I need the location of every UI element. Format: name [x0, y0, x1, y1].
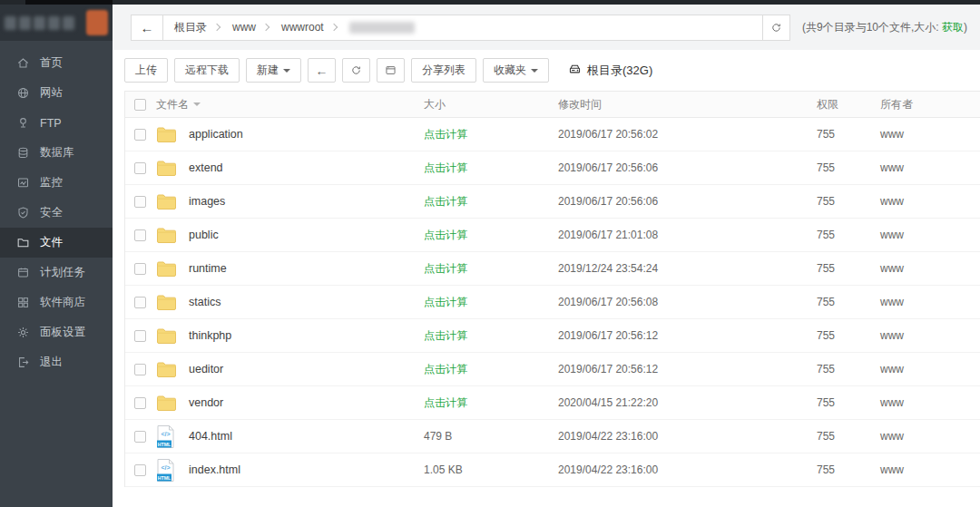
table-row: statics 点击计算 2019/06/17 20:56:08 755 www: [125, 286, 980, 319]
file-name[interactable]: 404.html: [189, 430, 424, 443]
folder-icon: [156, 395, 189, 412]
row-checkbox[interactable]: [134, 330, 146, 342]
svg-text:</>: </>: [161, 431, 170, 437]
file-size: 点击计算: [424, 395, 558, 411]
calculate-size-link[interactable]: 点击计算: [424, 296, 467, 308]
file-name[interactable]: thinkphp: [189, 329, 424, 342]
row-checkbox-cell: [125, 364, 156, 375]
file-table-header: 文件名 大小 修改时间 权限 所有者: [125, 92, 980, 118]
breadcrumb-back-button[interactable]: ←: [132, 15, 163, 40]
file-size: 点击计算: [424, 228, 558, 243]
breadcrumb-segment[interactable]: 根目录: [163, 20, 212, 35]
database-icon: [16, 146, 30, 160]
get-size-link[interactable]: 获取: [942, 21, 964, 34]
calculate-size-link[interactable]: 点击计算: [424, 262, 467, 275]
remote-download-button[interactable]: 远程下载: [174, 58, 240, 83]
file-name[interactable]: extend: [189, 161, 424, 174]
back-button[interactable]: ←: [308, 58, 336, 83]
file-name[interactable]: public: [189, 229, 424, 241]
refresh-button[interactable]: [342, 58, 370, 83]
row-checkbox-cell: [125, 162, 156, 174]
row-checkbox[interactable]: [134, 263, 146, 275]
sidebar-item-logout[interactable]: 退出: [0, 347, 113, 377]
path-refresh-button[interactable]: [762, 15, 790, 41]
file-size: 点击计算: [424, 362, 558, 377]
header-size[interactable]: 大小: [424, 97, 558, 112]
calculate-size-link[interactable]: 点击计算: [424, 363, 467, 375]
svg-text:</>: </>: [161, 464, 170, 471]
sidebar-item-cron[interactable]: 计划任务: [0, 258, 113, 288]
upload-button[interactable]: 上传: [124, 58, 168, 83]
svg-text:HTML: HTML: [158, 441, 172, 446]
sidebar-item-monitor[interactable]: 监控: [0, 168, 113, 198]
new-button[interactable]: 新建: [246, 58, 301, 83]
html-file-icon: </>HTML: [156, 424, 189, 449]
file-perm: 755: [817, 396, 880, 409]
ftp-icon: [16, 116, 30, 130]
breadcrumb-segment-blurred[interactable]: [349, 22, 415, 34]
sidebar-item-home[interactable]: 首页: [0, 48, 113, 78]
header-mtime[interactable]: 修改时间: [558, 97, 817, 112]
sidebar-item-label: 面板设置: [40, 325, 85, 340]
file-table: 文件名 大小 修改时间 权限 所有者 application 点击计算 2019…: [124, 91, 980, 487]
file-name[interactable]: runtime: [189, 262, 424, 275]
favorites-button[interactable]: 收藏夹: [483, 58, 549, 83]
sidebar-item-label: 数据库: [40, 145, 74, 161]
file-size: 479 B: [424, 430, 558, 443]
calculate-size-link[interactable]: 点击计算: [424, 396, 467, 409]
sidebar-item-settings[interactable]: 面板设置: [0, 317, 113, 347]
sidebar-item-database[interactable]: 数据库: [0, 138, 113, 168]
file-mtime: 2020/04/15 21:22:20: [558, 396, 817, 409]
sidebar-item-files[interactable]: 文件: [0, 228, 113, 258]
file-mtime: 2019/06/17 20:56:12: [558, 363, 817, 375]
breadcrumb-segment[interactable]: www: [221, 21, 261, 34]
sidebar-item-security[interactable]: 安全: [0, 198, 113, 228]
stats-text: (共9个目录与10个文件,大小:: [802, 21, 942, 34]
row-checkbox-cell: [125, 196, 156, 208]
row-checkbox[interactable]: [134, 229, 146, 241]
logo-blur-block: [19, 16, 31, 30]
file-name[interactable]: index.html: [189, 463, 424, 476]
file-name[interactable]: ueditor: [189, 363, 424, 375]
file-name[interactable]: vendor: [189, 396, 424, 409]
row-checkbox[interactable]: [134, 431, 146, 443]
select-all-checkbox[interactable]: [134, 99, 146, 111]
row-checkbox-cell: [125, 229, 156, 241]
file-name[interactable]: images: [189, 195, 424, 208]
file-perm: 755: [817, 262, 880, 275]
terminal-button[interactable]: [377, 58, 405, 83]
row-checkbox[interactable]: [134, 129, 146, 141]
sidebar-item-site[interactable]: 网站: [0, 78, 113, 108]
sidebar-item-label: 退出: [40, 355, 63, 370]
calculate-size-link[interactable]: 点击计算: [424, 329, 467, 342]
row-checkbox[interactable]: [134, 464, 146, 476]
panel-logo-blurred: [0, 5, 113, 41]
store-icon: [16, 296, 30, 309]
file-perm: 755: [817, 195, 880, 208]
file-name[interactable]: statics: [189, 296, 424, 308]
sidebar-item-label: 软件商店: [40, 295, 85, 310]
row-checkbox[interactable]: [134, 162, 146, 174]
sidebar-item-store[interactable]: 软件商店: [0, 288, 113, 317]
breadcrumb-segment[interactable]: wwwroot: [270, 21, 329, 34]
row-checkbox[interactable]: [134, 196, 146, 208]
calculate-size-link[interactable]: 点击计算: [424, 161, 467, 174]
svg-text:HTML: HTML: [158, 474, 172, 480]
sidebar-item-ftp[interactable]: FTP: [0, 108, 113, 138]
row-checkbox[interactable]: [134, 297, 146, 308]
root-disk-label[interactable]: 根目录(32G): [568, 63, 652, 79]
calculate-size-link[interactable]: 点击计算: [424, 229, 467, 241]
file-size: 点击计算: [424, 328, 558, 344]
calculate-size-link[interactable]: 点击计算: [424, 128, 467, 141]
sidebar-item-label: 首页: [40, 55, 63, 71]
file-size: 点击计算: [424, 261, 558, 277]
header-filename[interactable]: 文件名: [156, 97, 424, 112]
row-checkbox[interactable]: [134, 364, 146, 375]
calculate-size-link[interactable]: 点击计算: [424, 195, 467, 208]
row-checkbox[interactable]: [134, 397, 146, 409]
breadcrumb-bar: ← 根目录wwwwwwroot (共9个目录与10个文件,大小: 获取): [113, 5, 980, 50]
file-name[interactable]: application: [189, 128, 424, 141]
file-mtime: 2019/06/17 20:56:06: [558, 161, 817, 174]
file-size: 点击计算: [424, 161, 558, 176]
share-list-button[interactable]: 分享列表: [411, 58, 476, 83]
